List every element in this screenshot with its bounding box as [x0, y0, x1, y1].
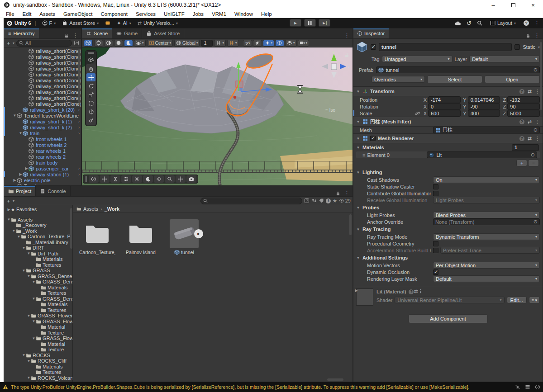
- project-tree-item[interactable]: ▼Assets: [4, 217, 72, 223]
- project-tree-item[interactable]: ▼ROCKS_Volcanic: [4, 375, 72, 381]
- hidden-count-badge[interactable]: 29: [339, 198, 351, 203]
- property-dropdown[interactable]: Per Object Motion▾: [433, 262, 540, 269]
- project-tree-item[interactable]: _Recovery: [4, 222, 72, 228]
- project-search-input[interactable]: [200, 198, 302, 204]
- hierarchy-item[interactable]: railway_short(Clone): [4, 48, 81, 54]
- active-checkbox[interactable]: [371, 44, 376, 50]
- 2d-toggle-icon[interactable]: 2D: [243, 40, 252, 47]
- scale-x-field[interactable]: 600: [428, 110, 461, 117]
- lock-icon[interactable]: [64, 33, 69, 38]
- browser-hscrollbar[interactable]: [327, 378, 343, 381]
- search-by-type-icon[interactable]: [304, 198, 310, 203]
- ai-dropdown[interactable]: ✦AI▾: [114, 19, 133, 27]
- project-tree-item[interactable]: Material: [4, 341, 72, 347]
- expander-icon[interactable]: ▼: [27, 314, 31, 318]
- create-add-button[interactable]: ＋: [6, 198, 11, 204]
- asset-tunnel[interactable]: ►tunnel: [166, 219, 202, 255]
- view-hand-icon[interactable]: [86, 65, 95, 73]
- help-icon[interactable]: ?: [409, 289, 414, 294]
- pivot-dropdown[interactable]: Center▾: [147, 40, 173, 47]
- tab-hierarchy[interactable]: ≡Hierarchy: [4, 28, 39, 38]
- project-tree-item[interactable]: ▼ROCKS: [4, 353, 72, 359]
- menu-help[interactable]: Help: [257, 10, 276, 18]
- tag-dropdown[interactable]: Untagged▾: [382, 56, 452, 62]
- grid-visibility-dropdown[interactable]: ▾: [214, 40, 226, 47]
- select-button[interactable]: Select: [427, 76, 482, 83]
- expander-icon[interactable]: ▼: [27, 359, 31, 363]
- scale-y-field[interactable]: 400: [468, 110, 500, 117]
- menu-component[interactable]: Component: [96, 10, 131, 18]
- hierarchy-item[interactable]: railway_short(Clone): [4, 101, 81, 107]
- scale-z-field[interactable]: 5000: [507, 110, 540, 117]
- presets-icon[interactable]: ⇄: [528, 89, 532, 94]
- half-circle-icon[interactable]: [104, 40, 113, 47]
- mesh-renderer-header[interactable]: ▼Mesh Renderer?⇄⋮: [353, 133, 543, 143]
- project-tree-item[interactable]: Textures: [4, 290, 72, 296]
- expander-icon[interactable]: ▼: [22, 246, 26, 250]
- hierarchy-scrollbar[interactable]: [78, 49, 81, 103]
- hierarchy-item[interactable]: railway_short(Clone): [4, 95, 81, 101]
- project-tree-item[interactable]: Textures: [4, 369, 72, 375]
- material-object-field[interactable]: Lit⊙: [427, 151, 537, 158]
- section-additional-settings[interactable]: ▼Additional Settings: [353, 254, 543, 262]
- property-dropdown[interactable]: Light Probes▾: [433, 197, 540, 203]
- layer-dropdown[interactable]: Default▾: [469, 56, 540, 62]
- hierarchy-item[interactable]: ▶electric pole: [4, 177, 81, 183]
- hierarchy-item[interactable]: ▼TenderHeavenWorldLine: [4, 113, 81, 118]
- hierarchy-item[interactable]: rear wheels 2: [4, 154, 81, 160]
- breadcrumb-work[interactable]: _Work: [105, 206, 119, 212]
- component-kebab-icon[interactable]: ⋮: [535, 89, 540, 94]
- open-prefab-chevron[interactable]: ›: [78, 172, 80, 177]
- hierarchy-item[interactable]: railway_short_k (1)›: [4, 118, 81, 124]
- bug-icon[interactable]: ▾: [134, 40, 146, 47]
- layout-dropdown[interactable]: Layout▾: [488, 19, 518, 27]
- mesh-filter-header[interactable]: ▼円柱 (Mesh Filter)?⇄⋮: [353, 117, 543, 127]
- project-tree-item[interactable]: ▼GRASS_Dense_: [4, 296, 72, 302]
- project-tree-item[interactable]: ▼ROCKS_Cliff: [4, 358, 72, 364]
- tab-console[interactable]: Console: [36, 186, 70, 196]
- position-x-field[interactable]: -174: [428, 96, 461, 103]
- project-tree-item[interactable]: ▼GRASS_Flower: [4, 335, 72, 341]
- open-prefab-chevron[interactable]: ›: [78, 131, 80, 136]
- moon-overlay-icon[interactable]: [143, 175, 153, 183]
- hierarchy-item[interactable]: railway_short(Clone): [4, 71, 81, 77]
- mesh-object-field[interactable]: 円柱⊙: [433, 127, 540, 133]
- component-kebab-icon[interactable]: ⋮: [535, 136, 540, 142]
- project-tree-item[interactable]: _MaterialLibrary: [4, 240, 72, 246]
- help-icon[interactable]: ?: [519, 119, 524, 124]
- custom-tool-icon[interactable]: [86, 116, 95, 124]
- project-tree-item[interactable]: Materials: [4, 285, 72, 291]
- hierarchy-item[interactable]: railway_short(Clone): [4, 60, 81, 66]
- version-control-dropdown[interactable]: ⇄Unity Versio...▾: [135, 19, 180, 27]
- scene-picker-icon[interactable]: [74, 40, 79, 46]
- label-tag-icon[interactable]: [319, 198, 324, 203]
- pan-overlay-icon[interactable]: [176, 175, 186, 183]
- close-button[interactable]: ×: [523, 0, 543, 10]
- lock-icon[interactable]: [335, 191, 341, 196]
- presets-icon[interactable]: ⇄: [414, 288, 418, 294]
- status-bar[interactable]: The type Unity.ProBuilder UnityEngine.Pr…: [0, 382, 543, 392]
- camera-view-icon[interactable]: ▾: [298, 40, 310, 47]
- progress-icon[interactable]: [525, 384, 530, 390]
- overrides-dropdown[interactable]: Overrides▾: [372, 76, 425, 83]
- gizmo-cube-icon[interactable]: [84, 40, 93, 47]
- hierarchy-item[interactable]: Terrain: [4, 183, 81, 185]
- project-tree-item[interactable]: ▼Dirt_Path: [4, 251, 72, 257]
- expander-icon[interactable]: ▼: [19, 131, 23, 135]
- tab-game[interactable]: Game: [112, 28, 142, 38]
- edit-shader-button[interactable]: Edit...: [507, 297, 527, 303]
- position-y-field[interactable]: 0.0147046: [468, 96, 500, 103]
- transform-header[interactable]: ▼Transform?⇄⋮: [353, 86, 543, 96]
- transform-tool-icon[interactable]: [86, 108, 95, 116]
- inspector-kebab-icon[interactable]: ⋮: [534, 33, 539, 38]
- move-overlay-icon[interactable]: [100, 175, 110, 183]
- shader-menu-button[interactable]: ≡ ▾: [529, 297, 540, 303]
- project-tree-item[interactable]: ▼GRASS: [4, 268, 72, 274]
- presets-icon[interactable]: ⇄: [528, 119, 532, 125]
- tab-asset-store[interactable]: Asset Store: [142, 28, 184, 38]
- project-tree-item[interactable]: Materials: [4, 364, 72, 370]
- project-tree-item[interactable]: Materials: [4, 256, 72, 262]
- expander-icon[interactable]: ▼: [32, 319, 36, 323]
- section-lighting[interactable]: ▼Lighting: [353, 168, 543, 176]
- enabled-checkbox[interactable]: [370, 136, 376, 141]
